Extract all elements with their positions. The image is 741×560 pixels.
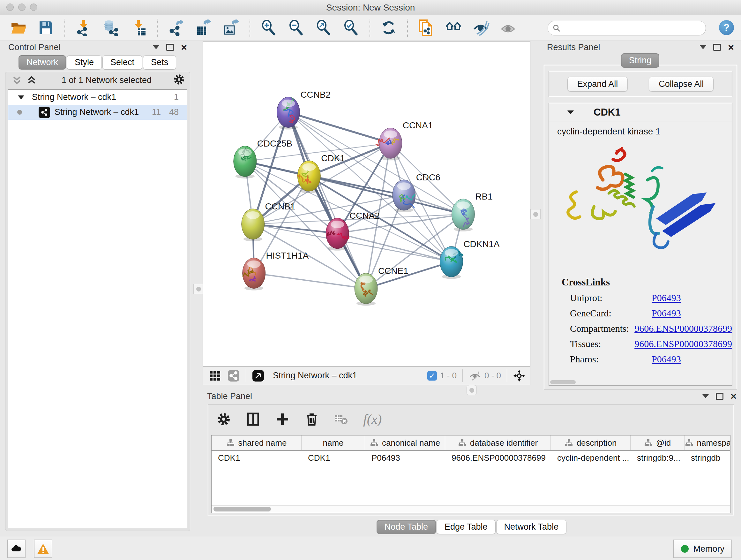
open-session-button[interactable] [10, 19, 27, 37]
table-cell[interactable]: P06493 [365, 451, 445, 465]
node-table[interactable]: shared namenamecanonical namedatabase id… [211, 435, 731, 513]
network-edge[interactable] [254, 273, 366, 289]
collapse-all-button[interactable]: Collapse All [649, 77, 714, 91]
network-options-button[interactable] [173, 74, 185, 86]
panel-menu-icon[interactable] [702, 394, 709, 398]
network-node-rb1[interactable] [452, 199, 475, 230]
tab-string[interactable]: String [621, 53, 660, 68]
clone-network-button[interactable] [417, 19, 435, 37]
table-cell[interactable]: stringdb:9... [630, 451, 684, 465]
column-header-shared-name[interactable]: shared name [212, 435, 301, 450]
table-row[interactable]: CDK1CDK1P064939606.ENSP00000378699cyclin… [212, 451, 730, 465]
tab-sets[interactable]: Sets [143, 55, 176, 70]
pan-mode-button[interactable] [513, 369, 526, 382]
collection-expander-icon[interactable] [18, 96, 24, 99]
close-panel-icon[interactable]: × [181, 44, 187, 51]
first-neighbors-button[interactable] [445, 19, 463, 37]
network-edge[interactable] [288, 112, 390, 143]
protein-header[interactable]: CDK1 [549, 103, 732, 122]
network-edge[interactable] [288, 112, 366, 289]
network-node-ccnb2[interactable] [277, 97, 300, 128]
network-node-cdc6[interactable] [393, 180, 415, 210]
zoom-out-button[interactable] [287, 19, 305, 37]
tab-select[interactable]: Select [103, 55, 142, 70]
delete-table-button table-delete-icon[interactable] [334, 412, 348, 427]
protein-expander-icon[interactable] [567, 111, 574, 114]
scrollbar-thumb[interactable] [213, 507, 271, 511]
network-row[interactable]: String Network – cdk1 11 48 [8, 105, 187, 120]
panel-menu-icon[interactable] [700, 45, 706, 49]
left-splitter-handle[interactable] [193, 284, 204, 294]
delete-column-button trash-icon[interactable] [305, 412, 319, 427]
expand-all-networks-icon[interactable] [25, 75, 38, 85]
column-header-canonical-name[interactable]: canonical name [365, 435, 445, 450]
birds-eye-view-button[interactable] [252, 369, 265, 382]
export-image-button[interactable] [222, 19, 240, 37]
column-header-name[interactable]: name [301, 435, 365, 450]
crosslink-link[interactable]: P06493 [652, 293, 681, 303]
table-cell[interactable]: CDK1 [301, 451, 365, 465]
toolbar-search-field[interactable] [548, 21, 706, 36]
import-network-database-button[interactable] [102, 19, 120, 37]
network-node-ccna2[interactable] [326, 218, 349, 249]
crosslinks-scrollbar[interactable] [550, 380, 576, 384]
network-view-share-button[interactable] [227, 369, 240, 382]
column-header-description[interactable]: description [551, 435, 630, 450]
expand-all-button[interactable]: Expand All [567, 77, 628, 91]
network-node-hist1h1a[interactable] [243, 258, 266, 289]
crosslink-link[interactable]: P06493 [652, 354, 681, 365]
show-graphics-button[interactable] [500, 19, 518, 37]
column-header--id[interactable]: @id [630, 435, 684, 450]
import-network-file-button[interactable] [75, 19, 92, 37]
selected-items-checkbox[interactable]: ✓ [427, 371, 437, 381]
collapse-all-networks-icon[interactable] [10, 75, 23, 85]
export-table-button[interactable] [195, 19, 212, 37]
network-node-cdc25b[interactable] [233, 146, 257, 177]
memory-button[interactable]: Memory [673, 540, 732, 558]
create-column-button plus-icon[interactable] [275, 412, 290, 427]
crosslink-link[interactable]: 9606.ENSP00000378699 [634, 323, 732, 334]
table-horizontal-scrollbar[interactable] [212, 505, 730, 513]
network-node-cdk1[interactable] [297, 161, 320, 191]
zoom-selected-button[interactable] [342, 19, 360, 37]
close-panel-icon[interactable]: × [731, 393, 737, 399]
network-node-ccne1[interactable] [354, 273, 378, 304]
tab-node-table[interactable]: Node Table [377, 520, 436, 534]
hidden-items-indicator[interactable] [468, 369, 481, 382]
right-splitter-handle[interactable] [530, 209, 541, 219]
column-header-namespac[interactable]: namespac [684, 435, 731, 450]
warnings-button[interactable] [34, 540, 52, 558]
function-builder-button[interactable]: f(x) [363, 412, 382, 427]
tab-edge-table[interactable]: Edge Table [436, 520, 495, 534]
import-table-file-button[interactable] [130, 19, 147, 37]
table-cell[interactable]: cyclin-dependent ... [551, 451, 630, 465]
float-panel-icon[interactable] [716, 393, 724, 400]
table-cell[interactable]: 9606.ENSP00000378699 [445, 451, 551, 465]
panel-menu-icon[interactable] [153, 45, 159, 49]
show-columns-button columns-icon[interactable] [246, 412, 260, 427]
save-session-button[interactable] [37, 19, 55, 37]
crosslink-link[interactable]: P06493 [652, 308, 681, 319]
show-grid-button[interactable] [209, 369, 221, 382]
tab-style[interactable]: Style [67, 55, 102, 70]
float-panel-icon[interactable] [166, 44, 174, 51]
search-input[interactable] [565, 22, 701, 34]
network-collection-row[interactable]: String Network – cdk1 1 [8, 90, 187, 105]
fit-content-button[interactable] [315, 19, 333, 37]
cloud-status-button[interactable] [7, 540, 25, 558]
table-cell[interactable]: CDK1 [212, 451, 301, 465]
tab-network-table[interactable]: Network Table [496, 520, 567, 534]
zoom-in-button[interactable] [260, 19, 278, 37]
tab-network[interactable]: Network [18, 55, 66, 70]
export-network-button[interactable] [167, 19, 185, 37]
crosslink-link[interactable]: 9606.ENSP00000378699 [634, 338, 732, 349]
table-cell[interactable]: stringdb [684, 451, 731, 465]
network-node-ccna1[interactable] [376, 128, 402, 159]
table-options-button gear-icon[interactable] [216, 412, 231, 427]
network-node-ccnb1[interactable] [242, 209, 265, 240]
network-view-canvas[interactable]: CCNB2CCNA1CDC25BCDK1CDC6RB1CCNB1CCNA2CDK… [203, 41, 530, 367]
help-button[interactable]: ? [719, 20, 734, 35]
network-graph[interactable]: CCNB2CCNA1CDC25BCDK1CDC6RB1CCNB1CCNA2CDK… [203, 42, 530, 366]
apply-layout-button[interactable] [380, 19, 398, 37]
close-panel-icon[interactable]: × [728, 44, 734, 51]
